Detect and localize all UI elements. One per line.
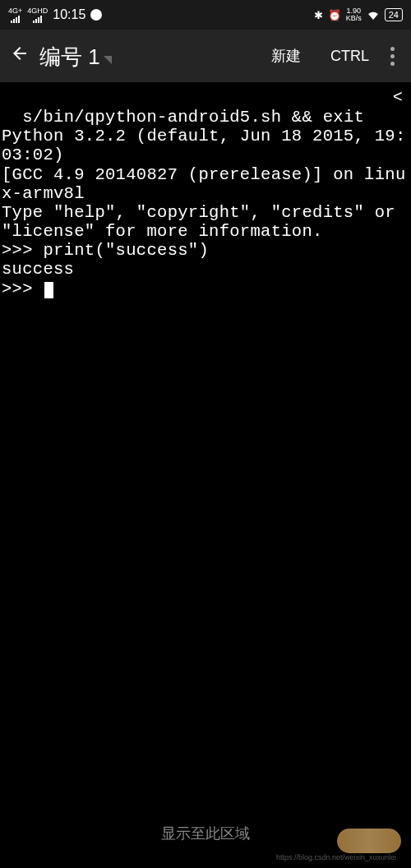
terminal-line: >>> print("success") bbox=[2, 241, 209, 260]
terminal-line: Type "help", "copyright", "credits" or "… bbox=[2, 203, 406, 241]
watermark-pill bbox=[337, 829, 401, 853]
network-type-2: 4GHD bbox=[27, 7, 48, 15]
terminal-output[interactable]: <s/bin/qpython-android5.sh && exit Pytho… bbox=[0, 82, 411, 300]
watermark-text: https://blog.csdn.net/weixin_xuxunlei bbox=[276, 853, 396, 861]
session-title: 编号 1 bbox=[39, 43, 100, 72]
more-icon bbox=[390, 47, 395, 51]
terminal-line: Python 3.2.2 (default, Jun 18 2015, 19:0… bbox=[2, 127, 405, 164]
battery-level: 24 bbox=[385, 8, 403, 21]
chevron-down-icon bbox=[104, 56, 112, 64]
status-time: 10:15 bbox=[53, 7, 85, 22]
status-app-icon bbox=[90, 9, 102, 21]
bluetooth-icon: ✱ bbox=[314, 9, 323, 21]
speed-unit: KB/s bbox=[346, 15, 362, 22]
ctrl-button[interactable]: CTRL bbox=[330, 48, 369, 65]
terminal-cursor bbox=[44, 282, 53, 298]
terminal-line: [GCC 4.9 20140827 (prerelease)] on linux… bbox=[2, 165, 405, 203]
terminal-line: s/bin/qpython-android5.sh && exit bbox=[22, 108, 364, 127]
status-bar: 4G+ 4GHD 10:15 ✱ ⏰ 1.90 KB/s bbox=[0, 0, 411, 30]
signal-1: 4G+ bbox=[8, 7, 22, 23]
terminal-line: success bbox=[2, 260, 74, 279]
status-left: 4G+ 4GHD 10:15 bbox=[8, 7, 102, 23]
back-button[interactable] bbox=[10, 43, 30, 69]
session-title-dropdown[interactable]: 编号 1 bbox=[39, 41, 256, 72]
more-menu-button[interactable] bbox=[384, 47, 401, 66]
network-speed: 1.90 KB/s bbox=[346, 7, 362, 22]
wifi-icon bbox=[367, 10, 380, 20]
network-type-1: 4G+ bbox=[8, 7, 22, 15]
alarm-icon: ⏰ bbox=[328, 9, 341, 21]
terminal-prompt: >>> bbox=[2, 279, 43, 298]
arrow-left-icon bbox=[10, 44, 30, 63]
signal-2: 4GHD bbox=[27, 7, 48, 23]
terminal-back-char: < bbox=[393, 89, 403, 108]
status-right: ✱ ⏰ 1.90 KB/s 24 bbox=[314, 7, 403, 22]
app-bar: 编号 1 新建 CTRL bbox=[0, 30, 411, 82]
new-button[interactable]: 新建 bbox=[271, 46, 301, 66]
